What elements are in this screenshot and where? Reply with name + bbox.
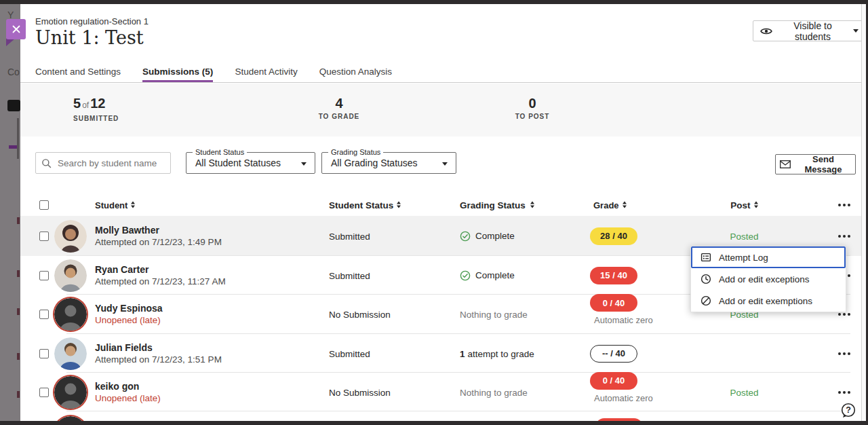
grade-pill[interactable]: 28 / 40 [590,227,637,245]
search-input[interactable] [56,158,158,169]
attempt-detail: Attempted on 7/12/23, 1:49 PM [95,236,298,248]
select-all-checkbox[interactable] [39,200,49,210]
column-header-post[interactable]: Post [712,200,776,210]
visibility-dropdown-button[interactable]: Visible to students [753,20,866,41]
background-remnant [17,270,20,277]
send-message-label: Send Message [795,154,851,174]
post-status[interactable]: Posted [712,231,776,241]
row-checkbox[interactable] [39,310,49,319]
sort-icon [131,202,135,208]
menu-item-label: Add or edit exemptions [719,296,812,306]
grading-status: Nothing to grade [460,310,582,320]
row-menu-button[interactable] [836,232,853,240]
table-row[interactable]: keiko gon Unopened (late) No Submission … [20,373,861,411]
column-header-grading-status[interactable]: Grading Status [460,200,582,210]
search-icon [41,158,52,168]
grade-pill[interactable]: 0 / 40 [590,372,637,390]
student-status: Submitted [329,270,444,280]
avatar [54,416,87,421]
student-status-select-value: All Student Statuses [195,158,281,168]
avatar [54,337,87,370]
background-remnant [17,353,20,360]
column-header-student[interactable]: Student [95,200,298,210]
chevron-down-icon [442,162,448,166]
grade-pill[interactable]: 15 / 40 [590,267,637,284]
submission-stats-band: 5of12 SUBMITTED 4 TO GRADE 0 TO POST [20,84,861,136]
menu-item-label: Add or edit exceptions [719,274,810,284]
row-checkbox[interactable] [39,349,49,358]
student-status: No Submission [329,310,444,320]
background-remnant [17,217,20,224]
help-button[interactable]: ? [840,402,857,420]
avatar [54,298,87,331]
stat-to-grade: 4 TO GRADE [305,96,373,120]
tab-question-analysis[interactable]: Question Analysis [319,61,392,82]
stat-submitted-value: 5 [73,96,81,111]
grade-pill[interactable]: -- / 40 [590,345,637,363]
student-status: Submitted [329,348,444,358]
stat-submitted-of: of [81,100,90,110]
table-row[interactable]: Julian Fields Attempted on 7/12/23, 1:51… [20,334,861,373]
student-name: Ryan Carter [95,264,298,276]
send-message-button[interactable]: Send Message [775,154,856,174]
chevron-down-icon [853,29,859,33]
avatar [54,376,87,409]
tab-submissions[interactable]: Submissions (5) [142,61,213,82]
attempt-detail: Attempted on 7/12/23, 11:27 AM [95,276,298,287]
row-menu-button[interactable] [836,350,853,358]
attempts-to-grade-count: 1 [460,348,465,358]
tab-bar: Content and Settings Submissions (5) Stu… [20,61,861,83]
column-header-grade[interactable]: Grade [593,200,668,210]
student-name: keiko gon [95,381,298,392]
chevron-down-icon [301,162,307,166]
attempt-detail: Attempted on 7/12/23, 1:51 PM [95,354,298,365]
menu-item-add-exemptions[interactable]: Add or edit exemptions [691,290,846,312]
clock-icon [701,274,711,284]
stat-submitted-label: SUBMITTED [73,115,119,122]
grade-note: Automatic zero [590,315,665,325]
menu-item-attempt-log[interactable]: Attempt Log [691,246,846,268]
column-label: Student [95,200,127,210]
post-status[interactable]: Posted [712,387,776,397]
background-text-remnant: Co [7,67,20,77]
row-checkbox[interactable] [39,232,49,241]
column-header-student-status[interactable]: Student Status [329,200,444,210]
student-status-select[interactable]: Student Status All Student Statuses [186,152,315,174]
grading-status: Complete [475,270,515,280]
menu-item-add-exceptions[interactable]: Add or edit exceptions [691,268,846,290]
complete-check-icon [460,270,471,281]
column-label: Grading Status [460,200,526,210]
grade-pill[interactable]: 0 / 40 [590,294,637,312]
attempt-log-icon [701,252,711,263]
tab-content-and-settings[interactable]: Content and Settings [35,61,121,82]
close-button-tail [6,39,15,46]
grading-status-select[interactable]: Grading Status All Grading Statuses [321,152,456,174]
grade-note: Automatic zero [590,393,665,403]
grading-status: attempt to grade [468,348,534,358]
sort-icon [530,202,534,208]
visibility-label: Visible to students [778,20,848,42]
stat-submitted-total: 12 [90,96,105,111]
student-status: Submitted [329,231,444,241]
submissions-panel: Emotion regulation-Section 1 Unit 1: Tes… [20,4,866,421]
stat-submitted: 5of12 SUBMITTED [73,96,119,122]
question-mark-bubble-icon: ? [840,402,857,420]
row-checkbox[interactable] [39,271,49,280]
table-options-button[interactable] [836,201,853,209]
avatar [54,259,87,292]
grading-status: Complete [475,231,515,241]
svg-text:?: ? [846,405,851,415]
grade-pill [595,418,643,421]
row-menu-button[interactable] [836,388,853,396]
student-name: Yudy Espinosa [95,303,298,314]
row-checkbox[interactable] [39,388,49,397]
student-status-select-label: Student Status [193,148,247,156]
table-header: Student Student Status Grading Status Gr… [20,193,861,216]
table-row [20,411,861,421]
panel-scrollbar[interactable] [861,4,866,421]
close-panel-button[interactable] [6,19,26,39]
stat-to-post-label: TO POST [498,113,566,120]
tab-student-activity[interactable]: Student Activity [235,61,297,82]
close-icon [12,24,21,34]
column-label: Post [730,200,750,210]
